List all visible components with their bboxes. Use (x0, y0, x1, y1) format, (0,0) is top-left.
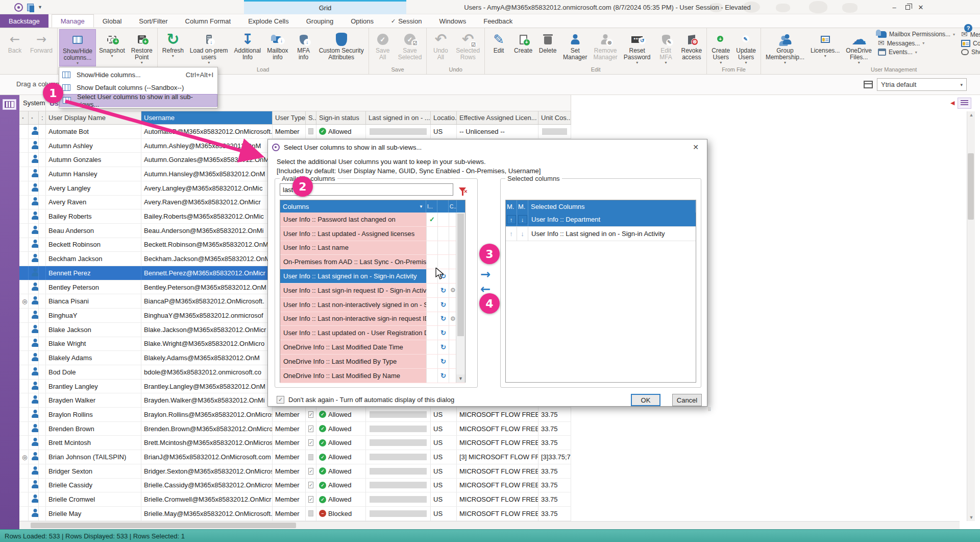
forward-button[interactable]: →Forward (27, 29, 56, 66)
tab-options[interactable]: Options (342, 14, 382, 28)
menu-item-2[interactable]: Show Default columns (--Sandbox--) (59, 81, 217, 94)
vertical-scroll-thumb[interactable] (968, 153, 974, 220)
grid-edit-icon[interactable] (3, 99, 16, 110)
collapse-panel-icon[interactable]: ◀ (950, 100, 954, 106)
icon-column-header-2[interactable] (437, 200, 449, 213)
mailbox-info-button[interactable]: ↓Mailbox info (264, 29, 291, 66)
left-sidebar[interactable] (0, 95, 19, 529)
show-chats-button[interactable]: Show Chats...▾ (961, 49, 980, 56)
scroll-down-icon[interactable]: ▼ (967, 515, 975, 520)
row-checkbox[interactable]: ✓ (308, 468, 313, 475)
licenses-button[interactable]: Licenses...▾ (807, 29, 843, 66)
contacts-button[interactable]: Contacts...▾ (961, 40, 980, 47)
save-selected-button[interactable]: ✓☑Save Selected (395, 29, 425, 66)
move-column-header-1[interactable]: M. (506, 200, 517, 213)
mfa-info-button[interactable]: ↓MFA info (291, 29, 316, 66)
additional-info-button[interactable]: ↧Additional Info (231, 29, 264, 66)
available-list-scrollbar[interactable]: ▼ (456, 213, 465, 383)
tab-feedback[interactable]: Feedback (475, 14, 521, 28)
row-checkbox[interactable]: ✓ (308, 496, 313, 503)
column-header-type[interactable]: User Type (273, 111, 306, 124)
profile-select[interactable]: Ytria default ▾ (877, 78, 967, 91)
dialog-resize-grip[interactable]: ⠿ (708, 407, 715, 414)
table-row[interactable]: Braylon RollinsBraylon.Rollins@M365x8583… (19, 408, 571, 422)
cancel-button[interactable]: Cancel (672, 394, 702, 406)
table-row[interactable]: Brielle CassidyBrielle.Cassidy@M365x8583… (19, 479, 571, 493)
column-header-p[interactable]: ▪ (29, 111, 39, 124)
tab-grouping[interactable]: Grouping (298, 14, 342, 28)
icon-column-header-1[interactable]: I... (426, 200, 437, 213)
available-column-row[interactable]: OneDrive Info :: Last Modified By Name↻ (280, 369, 465, 383)
table-row[interactable]: Bridger SextonBridger.Sexton@M365x858320… (19, 464, 571, 479)
restore-button[interactable] (901, 3, 914, 12)
refresh-button[interactable]: ↻Refresh▾ (159, 29, 187, 66)
messages-button[interactable]: ✉Messages...▾ (878, 39, 955, 47)
scroll-down-icon[interactable]: ▼ (456, 374, 465, 383)
help-icon[interactable]: ? (964, 24, 972, 32)
snapshot-button[interactable]: +Snapshot▾ (96, 29, 128, 66)
column-header-user[interactable]: Username (141, 111, 273, 124)
edit-button[interactable]: ✎Edit (486, 29, 511, 66)
table-row[interactable]: Brielle MayBrielle.May@M365x85832012.OnM… (19, 507, 571, 521)
move-down-button[interactable]: ↓ (521, 230, 524, 238)
move-right-button[interactable]: → (480, 268, 491, 280)
quick-access-caret-icon[interactable]: ▼ (38, 5, 42, 10)
save-all-button[interactable]: ✓Save All (371, 29, 395, 66)
available-column-row[interactable]: OneDrive Info :: Last Modified By Type↻ (280, 355, 465, 369)
group-membership-button[interactable]: Group Membership...▾ (763, 29, 807, 66)
load-on-prem-users-button[interactable]: ↓Load on-prem users▾ (187, 29, 231, 66)
show-hide-columns-button[interactable]: Show/Hide columns...▾ (59, 29, 96, 66)
available-column-row[interactable]: User Info :: Last non-interactive sign-i… (280, 312, 465, 326)
edit-mfa-button[interactable]: ✎Edit MFA▾ (654, 29, 678, 66)
column-header-last[interactable]: Last signed in on - ... (366, 111, 431, 124)
reset-password-button[interactable]: ***↺Reset Password▾ (621, 29, 654, 66)
move-up-button[interactable]: ↑ (507, 215, 516, 224)
move-up-button[interactable]: ↑ (509, 230, 513, 238)
grid-settings-icon[interactable] (864, 81, 873, 88)
update-users-button[interactable]: ✎Update Users▾ (733, 29, 759, 66)
selected-column-row[interactable]: ↑↓User Info :: Last signed in on - Sign-… (506, 227, 696, 241)
available-column-row[interactable]: On-Premises from AAD :: Last Sync - On-P… (280, 255, 465, 269)
column-header-s[interactable]: S... (306, 111, 316, 124)
close-button[interactable]: ✕ (914, 3, 927, 12)
column-header-name[interactable]: User Display Name (46, 111, 141, 124)
table-row[interactable]: Brett McintoshBrett.Mcintosh@M365x858320… (19, 436, 571, 450)
move-column-header-2[interactable]: M. (517, 200, 528, 213)
available-column-row[interactable]: User Info :: Last updated - Assigned lic… (280, 227, 465, 241)
dialog-title-bar[interactable]: Select User columns to show in all sub-v… (268, 139, 707, 155)
row-checkbox[interactable]: ✓ (308, 482, 313, 488)
table-row[interactable]: Brielle CromwelBrielle.Cromwell@M365x858… (19, 492, 571, 507)
ok-button[interactable]: OK (631, 394, 660, 406)
available-scroll-thumb[interactable] (457, 214, 464, 336)
dont-ask-again-checkbox[interactable]: ✓ (277, 396, 284, 404)
back-button[interactable]: ←Back (3, 29, 27, 66)
row-checkbox[interactable]: ✓ (308, 411, 313, 418)
revoke-access-button[interactable]: ⊗Revoke access (678, 29, 705, 66)
column-header-cost[interactable]: Unit Cos... (538, 111, 571, 124)
scroll-up-icon[interactable]: ▲ (967, 112, 975, 117)
mailbox-permissions-button[interactable]: Mailbox Permissions...▾ (878, 31, 955, 38)
minimize-button[interactable]: – (888, 3, 901, 12)
horizontal-scroll-thumb[interactable] (31, 523, 296, 528)
create-button[interactable]: +Create (511, 29, 535, 66)
create-users-button[interactable]: +Create Users▾ (708, 29, 733, 66)
tab-backstage[interactable]: Backstage (0, 14, 48, 28)
menu-item-3[interactable]: Select User columns to show in all sub-v… (59, 94, 217, 107)
column-header-sign[interactable]: Sign-in status (316, 111, 366, 124)
onedrive-files-button[interactable]: ☁OneDrive Files...▾ (843, 29, 875, 66)
tab-windows[interactable]: Windows (430, 14, 475, 28)
remove-manager-button[interactable]: ⊗Remove Manager (590, 29, 620, 66)
column-header-lic[interactable]: Effective Assigned Licen... (457, 111, 538, 124)
available-column-row[interactable]: User Info :: Last sign-in request ID - S… (280, 284, 465, 298)
tab-column-format[interactable]: Column Format (177, 14, 240, 28)
available-column-row[interactable]: User Info :: Password last changed on✓ (280, 213, 465, 227)
tab-sort-filter[interactable]: Sort/Filter (130, 14, 176, 28)
undo-all-button[interactable]: ↶Undo All (428, 29, 453, 66)
band-system[interactable]: System (19, 95, 46, 111)
column-header-m[interactable]: : (39, 111, 46, 124)
selected-rows-button[interactable]: ↶☑Selected Rows (453, 29, 483, 66)
available-column-row[interactable]: OneDrive Info :: Last Modified Date Time… (280, 340, 465, 355)
custom-security-attributes-button[interactable]: Custom Security Attributes (316, 29, 367, 66)
available-column-row[interactable]: User Info :: Last updated on - User Regi… (280, 326, 465, 340)
icon-column-header-3[interactable]: C... (449, 200, 457, 213)
